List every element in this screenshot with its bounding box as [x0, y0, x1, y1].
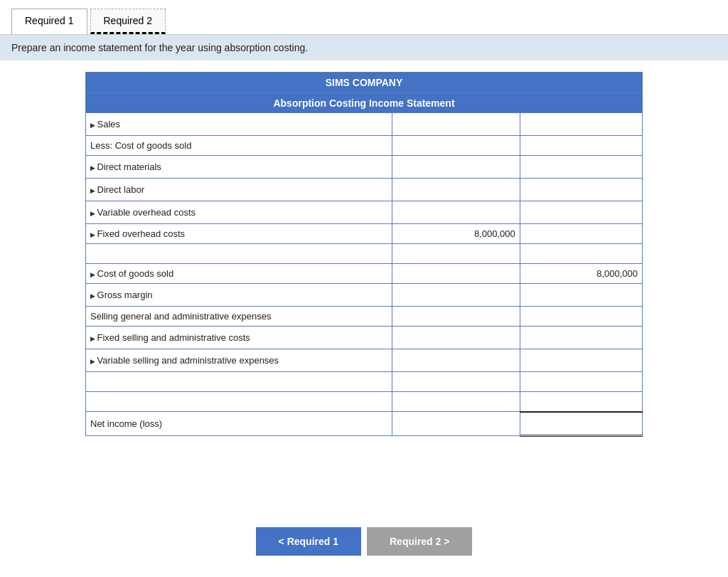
- row-label: Less: Cost of goods sold: [90, 140, 191, 151]
- table-row: ▶ Variable selling and administrative ex…: [86, 349, 643, 372]
- mid-input[interactable]: [397, 116, 515, 130]
- bottom-nav: < Required 1 Required 2 >: [0, 513, 728, 577]
- row-label: Net income (loss): [90, 418, 162, 429]
- mid-input[interactable]: [397, 181, 515, 196]
- row-label: Sales: [97, 119, 121, 129]
- arrow-icon: ▶: [90, 187, 97, 194]
- table-row: ▶ Cost of goods sold8,000,000: [86, 264, 643, 284]
- table-row: ▶ Direct materials: [86, 156, 643, 179]
- company-name: SIMS COMPANY: [86, 73, 643, 93]
- arrow-icon: ▶: [90, 335, 97, 342]
- arrow-icon: ▶: [90, 271, 97, 278]
- table-row: ▶ Gross margin: [86, 284, 643, 307]
- table-row: Selling general and administrative expen…: [86, 307, 643, 327]
- next-button[interactable]: Required 2 >: [367, 527, 472, 556]
- table-row: Less: Cost of goods sold: [86, 136, 643, 156]
- page-container: Required 1 Required 2 Prepare an income …: [0, 0, 728, 577]
- table-row: ▶ Variable overhead costs: [86, 201, 643, 224]
- instruction-text: Prepare an income statement for the year…: [11, 42, 308, 53]
- row-label: Variable selling and administrative expe…: [97, 355, 279, 366]
- table-row: [86, 392, 643, 412]
- table-row: [86, 372, 643, 392]
- instruction-bar: Prepare an income statement for the year…: [0, 35, 728, 60]
- row-label: Fixed overhead costs: [97, 228, 186, 239]
- mid-input[interactable]: [397, 329, 515, 344]
- mid-input[interactable]: [397, 159, 515, 173]
- row-label: Variable overhead costs: [97, 207, 196, 218]
- right-input[interactable]: [525, 116, 638, 130]
- income-statement-table: SIMS COMPANY Absorption Costing Income S…: [85, 72, 643, 437]
- row-label: Selling general and administrative expen…: [90, 311, 271, 322]
- row-label: Direct materials: [97, 162, 161, 172]
- arrow-icon: ▶: [90, 122, 97, 129]
- table-row: Net income (loss): [86, 412, 643, 436]
- tab-required1[interactable]: Required 1: [11, 9, 87, 34]
- next-button-label: Required 2 >: [390, 536, 449, 547]
- table-row: ▶ Direct labor: [86, 179, 643, 201]
- tab-required2[interactable]: Required 2: [90, 9, 166, 34]
- arrow-icon: ▶: [90, 292, 97, 300]
- right-input[interactable]: [525, 287, 638, 301]
- statement-title: Absorption Costing Income Statement: [86, 93, 643, 113]
- row-label: Direct labor: [97, 184, 144, 195]
- row-label: Cost of goods sold: [97, 268, 174, 279]
- right-value: 8,000,000: [596, 268, 638, 279]
- arrow-icon: ▶: [90, 164, 97, 171]
- arrow-icon: ▶: [90, 210, 97, 217]
- table-row: [86, 244, 643, 264]
- mid-input[interactable]: [397, 352, 515, 366]
- main-content: SIMS COMPANY Absorption Costing Income S…: [0, 60, 728, 513]
- prev-button-label: < Required 1: [279, 536, 338, 547]
- row-label: Gross margin: [97, 290, 153, 300]
- mid-value: 8,000,000: [474, 228, 515, 239]
- arrow-icon: ▶: [90, 231, 97, 238]
- mid-input[interactable]: [397, 204, 515, 218]
- tabs-bar: Required 1 Required 2: [0, 0, 728, 35]
- row-label: Fixed selling and administrative costs: [97, 332, 250, 343]
- table-row: ▶ Fixed overhead costs8,000,000: [86, 224, 643, 244]
- right-input[interactable]: [525, 415, 638, 430]
- table-row: ▶ Sales: [86, 113, 643, 136]
- table-row: ▶ Fixed selling and administrative costs: [86, 327, 643, 349]
- arrow-icon: ▶: [90, 358, 97, 365]
- prev-button[interactable]: < Required 1: [256, 527, 361, 556]
